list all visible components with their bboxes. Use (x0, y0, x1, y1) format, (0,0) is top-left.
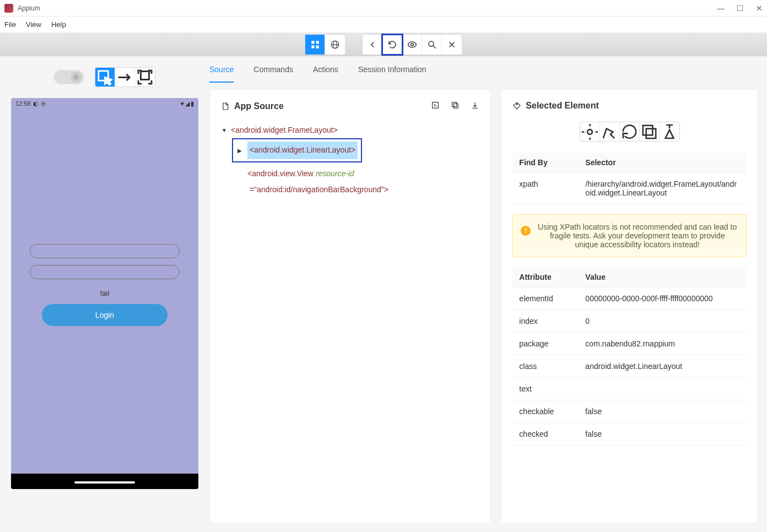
inspector-tabs: Source Commands Actions Session Informat… (209, 56, 758, 83)
svg-rect-17 (452, 102, 457, 107)
get-timing-button[interactable] (660, 122, 679, 141)
tree-caret-0[interactable]: ▼ (221, 124, 228, 136)
recording-button[interactable] (402, 35, 422, 55)
attribute-cell: checkable (512, 400, 579, 423)
svg-rect-21 (643, 125, 653, 135)
table-row: elementId00000000-0000-000f-ffff-ffff000… (512, 287, 747, 310)
battery-icon: ▮ (191, 100, 194, 107)
value-cell: 0 (579, 310, 747, 333)
selected-element-panel: Selected Element Find By (501, 89, 758, 523)
table-row: xpath /hierarchy/android.widget.FrameLay… (512, 173, 747, 204)
tab-commands[interactable]: Commands (253, 65, 293, 83)
select-mode-button[interactable] (95, 68, 115, 86)
menu-help[interactable]: Help (51, 20, 66, 29)
mjpeg-toggle[interactable] (54, 70, 84, 84)
toggle-attrs-button[interactable] (431, 101, 440, 111)
attribute-cell: class (512, 355, 579, 378)
download-xml-button[interactable] (471, 101, 479, 111)
menu-view[interactable]: View (26, 20, 41, 29)
attribute-cell: index (512, 310, 579, 333)
tag-icon (512, 101, 521, 110)
svg-rect-2 (311, 45, 314, 48)
close-button[interactable]: ✕ (756, 4, 763, 13)
quit-session-button[interactable] (442, 35, 462, 55)
svg-rect-20 (646, 128, 656, 138)
device-time: 12:58 (15, 100, 31, 107)
source-panel-title: App Source (234, 101, 284, 111)
tap-element-button[interactable] (580, 122, 600, 141)
search-button[interactable] (422, 35, 442, 55)
titlebar: Appium — ☐ ✕ (0, 0, 767, 17)
table-row: checkedfalse (512, 423, 747, 446)
table-row: packagecom.nabendu82.rnappium (512, 333, 747, 355)
username-input[interactable] (30, 244, 180, 258)
svg-rect-16 (454, 104, 458, 108)
tree-node-framelayout[interactable]: <android.widget.FrameLayout> (231, 122, 338, 138)
value-cell: android.widget.LinearLayout (579, 355, 747, 378)
tap-mode-button[interactable] (135, 68, 155, 86)
attribute-cell: text (512, 378, 579, 400)
table-row: text (512, 378, 747, 400)
copy-xml-button[interactable] (451, 101, 460, 111)
svg-rect-1 (316, 41, 318, 44)
device-nav-bar (11, 474, 198, 489)
device-screenshot[interactable]: 12:58 ◐ ⊖ ♥ ◢ ▮ fail Login (11, 98, 198, 489)
value-cell: false (579, 400, 747, 423)
native-mode-button[interactable] (305, 35, 325, 55)
device-panel: 12:58 ◐ ⊖ ♥ ◢ ▮ fail Login (0, 56, 209, 532)
tab-actions[interactable]: Actions (313, 65, 338, 83)
file-icon (221, 102, 230, 111)
password-input[interactable] (30, 265, 180, 279)
refresh-button[interactable] (382, 35, 402, 55)
tree-caret-1[interactable]: ▶ (236, 145, 243, 156)
table-row: classandroid.widget.LinearLayout (512, 355, 747, 378)
svg-rect-3 (316, 45, 318, 48)
window-title: Appium (18, 4, 717, 12)
wifi-icon: ♥ (180, 100, 184, 107)
svg-point-19 (587, 129, 592, 134)
findby-table: Find By Selector xpath /hierarchy/androi… (512, 153, 747, 204)
status-icon-1: ◐ (33, 100, 39, 107)
minimize-button[interactable]: — (717, 4, 725, 13)
svg-rect-14 (141, 72, 149, 80)
attribute-header: Attribute (512, 267, 579, 287)
attribute-cell: elementId (512, 287, 579, 310)
source-tree: ▼ <android.widget.FrameLayout> ▶ <androi… (221, 122, 479, 198)
top-toolbar (0, 33, 767, 56)
attribute-cell: checked (512, 423, 579, 446)
table-row: index0 (512, 310, 747, 333)
value-cell (579, 378, 747, 400)
tree-node-linearlayout[interactable]: <android.widget.LinearLayout> (247, 142, 358, 159)
login-button[interactable]: Login (42, 304, 168, 326)
value-cell: 00000000-0000-000f-ffff-ffff00000000 (579, 287, 747, 310)
menu-file[interactable]: File (4, 20, 16, 29)
value-cell: false (579, 423, 747, 446)
clear-element-button[interactable] (620, 122, 640, 141)
swipe-mode-button[interactable] (115, 68, 135, 86)
svg-rect-0 (311, 41, 314, 44)
maximize-button[interactable]: ☐ (737, 4, 744, 13)
attribute-cell: package (512, 333, 579, 355)
send-keys-button[interactable] (600, 122, 620, 141)
tab-session-info[interactable]: Session Information (358, 65, 426, 83)
selector-cell[interactable]: /hierarchy/android.widget.FrameLayout/an… (579, 173, 747, 204)
findby-cell: xpath (512, 173, 579, 204)
status-icon-2: ⊖ (41, 100, 46, 107)
fail-text: fail (100, 289, 110, 297)
signal-icon: ◢ (185, 100, 190, 107)
findby-header: Find By (512, 153, 579, 173)
svg-line-9 (433, 46, 436, 48)
table-row: checkablefalse (512, 400, 747, 423)
svg-point-8 (429, 41, 434, 46)
value-cell: com.nabendu82.rnappium (579, 333, 747, 355)
web-mode-button[interactable] (325, 35, 345, 55)
back-button[interactable] (363, 35, 382, 55)
tree-node-view[interactable]: <android.view.View resource-id ="android… (247, 169, 388, 194)
tab-source[interactable]: Source (209, 65, 234, 83)
value-header: Value (579, 267, 747, 287)
svg-point-7 (410, 43, 413, 46)
attributes-table: Attribute Value elementId00000000-0000-0… (512, 267, 747, 446)
selector-header: Selector (579, 153, 747, 173)
copy-attributes-button[interactable] (640, 122, 660, 141)
app-logo (4, 4, 13, 13)
